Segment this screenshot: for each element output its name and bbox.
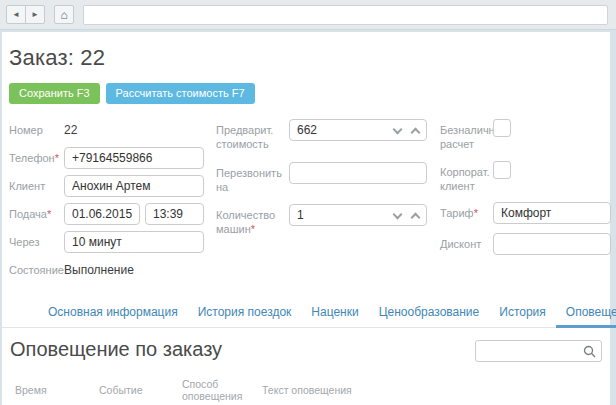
- prelim-cost-input[interactable]: [289, 119, 427, 141]
- after-label: Через: [9, 231, 64, 249]
- corporate-checkbox[interactable]: [493, 161, 511, 179]
- field-pickup: Подача*: [9, 203, 204, 225]
- client-label: Клиент: [9, 175, 64, 193]
- car-count-input[interactable]: [289, 204, 427, 226]
- field-client: Клиент: [9, 175, 204, 197]
- pickup-label: Подача: [9, 208, 47, 220]
- tab-trip-history[interactable]: История поездок: [188, 300, 302, 328]
- notifications-table: Время Событие Способ оповещения Текст оп…: [10, 374, 602, 405]
- tariff-input[interactable]: [493, 202, 611, 224]
- car-count-label: Количество машин: [216, 209, 275, 235]
- callback-label: Перезвонить на: [216, 162, 289, 195]
- corporate-label: Корпорат. клиент: [440, 161, 493, 194]
- field-discount: Дисконт: [440, 233, 611, 255]
- home-button[interactable]: ⌂: [54, 5, 74, 24]
- order-form: Номер 22 Телефон* Клиент Подача* Через: [9, 119, 610, 287]
- form-column-right: Безналичн. расчет Корпорат. клиент Тариф…: [440, 119, 611, 287]
- client-input[interactable]: [64, 175, 204, 197]
- header-text: Текст оповещения: [257, 374, 602, 405]
- field-tariff: Тариф*: [440, 202, 611, 224]
- tab-pricing[interactable]: Ценообразование: [369, 300, 490, 328]
- phone-label: Телефон: [9, 152, 55, 164]
- tariff-required-mark: *: [474, 207, 478, 219]
- field-callback: Перезвонить на: [216, 162, 427, 195]
- discount-label: Дисконт: [440, 233, 493, 251]
- state-label: Состояние: [9, 259, 64, 277]
- prelim-cost-label: Предварит. стоимость: [216, 119, 289, 152]
- field-prelim-cost: Предварит. стоимость: [216, 119, 427, 152]
- order-page: Заказ: 22 Сохранить F3 Рассчитать стоимо…: [2, 32, 610, 405]
- order-tabs: Основная информация История поездок Наце…: [2, 300, 610, 328]
- number-label: Номер: [9, 119, 64, 137]
- field-corporate: Корпорат. клиент: [440, 161, 611, 194]
- forward-button[interactable]: ►: [25, 5, 45, 24]
- header-method: Способ оповещения: [177, 374, 257, 405]
- state-value: Выполнение: [64, 259, 134, 277]
- field-after: Через: [9, 231, 204, 253]
- cashless-label: Безналичн. расчет: [440, 119, 493, 152]
- page-title: Заказ: 22: [9, 45, 610, 71]
- phone-input[interactable]: [64, 147, 204, 169]
- notifications-header: Оповещение по заказу: [10, 338, 602, 368]
- search-box: [475, 340, 602, 362]
- phone-required-mark: *: [55, 152, 59, 164]
- prelim-cost-stepper: [289, 119, 427, 141]
- forward-icon: ►: [31, 10, 39, 19]
- number-value: 22: [64, 119, 77, 137]
- form-column-left: Номер 22 Телефон* Клиент Подача* Через: [9, 119, 204, 287]
- car-count-required-mark: *: [251, 223, 255, 235]
- field-number: Номер 22: [9, 119, 204, 141]
- tab-notifications[interactable]: Оповещения: [556, 300, 616, 328]
- header-event: Событие: [94, 374, 177, 405]
- back-icon: ◄: [12, 10, 20, 19]
- pickup-required-mark: *: [47, 208, 51, 220]
- action-buttons: Сохранить F3 Рассчитать стоимость F7: [9, 83, 610, 104]
- field-phone: Телефон*: [9, 147, 204, 169]
- field-car-count: Количество машин*: [216, 204, 427, 237]
- after-input[interactable]: [64, 231, 204, 253]
- car-count-stepper: [289, 204, 427, 226]
- browser-toolbar: ◄ ► ⌂: [0, 0, 616, 30]
- tariff-label: Тариф: [440, 207, 474, 219]
- header-time: Время: [10, 374, 94, 405]
- field-cashless: Безналичн. расчет: [440, 119, 611, 152]
- form-column-middle: Предварит. стоимость Перезвонить на Коли…: [216, 119, 427, 287]
- back-button[interactable]: ◄: [6, 5, 26, 24]
- table-header-row: Время Событие Способ оповещения Текст оп…: [10, 374, 602, 405]
- save-button[interactable]: Сохранить F3: [9, 83, 100, 104]
- tab-main-info[interactable]: Основная информация: [38, 300, 188, 328]
- discount-input[interactable]: [493, 233, 611, 255]
- pickup-time-input[interactable]: [145, 203, 204, 225]
- search-icon[interactable]: [583, 345, 596, 358]
- home-icon: ⌂: [60, 8, 67, 22]
- tab-markups[interactable]: Наценки: [301, 300, 368, 328]
- pickup-date-input[interactable]: [64, 203, 140, 225]
- url-input[interactable]: [83, 5, 608, 25]
- field-state: Состояние Выполнение: [9, 259, 204, 281]
- cashless-checkbox[interactable]: [493, 119, 511, 137]
- calculate-cost-button[interactable]: Рассчитать стоимость F7: [106, 83, 255, 104]
- callback-input[interactable]: [289, 162, 427, 184]
- tab-history[interactable]: История: [489, 300, 556, 328]
